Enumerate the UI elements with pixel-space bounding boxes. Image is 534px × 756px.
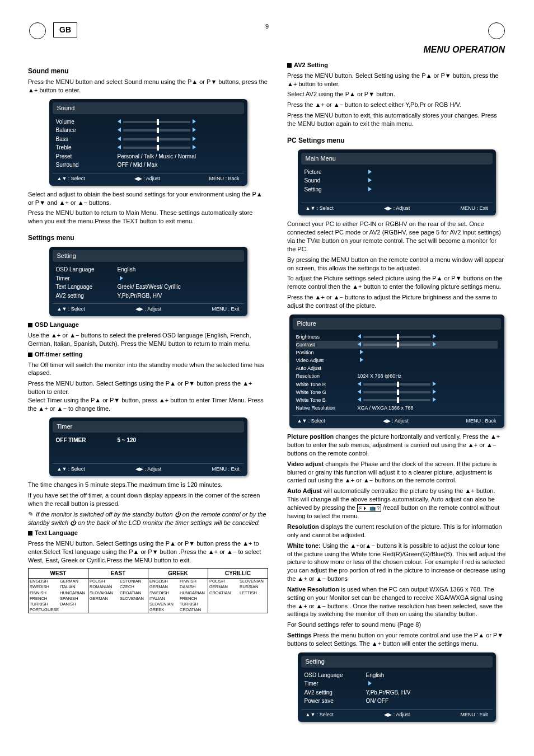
- row-av2: AV2 setting: [56, 292, 118, 300]
- row-timer: Timer: [305, 680, 366, 688]
- row-aadj: Auto Adjust: [296, 365, 358, 372]
- page-header-right: MENU OPERATION: [424, 44, 505, 56]
- th-greek: GREEK: [148, 568, 208, 579]
- sound-panel: Sound Volume Balance Bass Treble PresetP…: [49, 99, 247, 186]
- row-sound: Sound: [305, 177, 366, 185]
- osd-lang-head: OSD Language: [35, 321, 79, 328]
- panel-title: Main Menu: [301, 153, 493, 165]
- bar-select: ▲▼ : Select: [297, 417, 325, 424]
- pc-p3: To adjust the Picture settings select pi…: [287, 274, 506, 291]
- av2-head: AV2 Setting: [294, 62, 328, 68]
- offtimer-p3: The time changes in 5 minute steps.The m…: [28, 481, 268, 489]
- row-vadj: Video Adjust: [296, 357, 358, 364]
- osd-lang-text: Use the ▲+ or ▲− buttons to select the p…: [28, 331, 268, 348]
- row-nres: Native Resolution: [296, 405, 358, 411]
- panel-title: Sound: [53, 102, 244, 114]
- row-preset-val: Personal / Talk / Music / Normal: [118, 153, 241, 161]
- corner-ring: [488, 22, 505, 39]
- pc-setting-panel: Setting OSD LanguageEnglish Timer AV2 se…: [298, 652, 496, 722]
- panel-title: Timer: [53, 421, 244, 433]
- pc-p2: By pressing the MENU button on the remot…: [287, 256, 506, 273]
- offtimer-p4: If you have set the off timer, a count d…: [28, 491, 268, 508]
- setting-panel: Setting OSD LanguageEnglish Timer Text L…: [49, 247, 247, 316]
- row-pos: Position: [296, 349, 358, 356]
- page-number: 9: [28, 22, 506, 31]
- bar-select: ▲▼ : Select: [57, 306, 85, 312]
- row-setting: Setting: [305, 186, 366, 194]
- th-west: WEST: [29, 568, 88, 579]
- row-av2-val: Y,Pb,Pr/RGB, H/V: [118, 292, 241, 300]
- row-av2: AV2 setting: [305, 689, 366, 697]
- row-nres-val: XGA / WXGA 1366 x 768: [358, 405, 498, 411]
- row-bass: Bass: [56, 135, 118, 143]
- panel-title: Setting: [53, 250, 244, 262]
- pc-pos: Picture position changes the picture hor…: [287, 433, 506, 458]
- main-menu-panel: Main Menu Picture Sound Setting ▲▼ : Sel…: [298, 149, 496, 215]
- av2-p4: Press the MENU button to exit, this auto…: [287, 111, 506, 128]
- offtimer-p2: Press the MENU button. Select Settings u…: [28, 379, 268, 412]
- bar-adjust: ◀▶ : Adjust: [135, 306, 161, 312]
- pc-res: Resolution displays the current resoluti…: [287, 523, 506, 539]
- row-bright: Brightness: [296, 334, 358, 340]
- row-wr: White Tone R: [296, 381, 358, 388]
- row-wb: White Tone B: [296, 397, 358, 403]
- pc-p1: Connect your PC to either PC-IN or RGBHV…: [287, 220, 506, 253]
- av2-p2: Select AV2 using the P▲ or P▼ button.: [287, 90, 506, 98]
- row-balance: Balance: [56, 126, 118, 134]
- pc-settings: Settings Press the menu button on your r…: [287, 631, 506, 648]
- bar-select: ▲▼ : Select: [57, 175, 85, 182]
- pc-white: White tone: Using the ▲+or▲− buttons it …: [287, 542, 506, 583]
- textlang-p: Press the MENU button. Select Settings u…: [28, 539, 268, 565]
- row-surround: Surround: [56, 161, 118, 169]
- bar-adjust: ◀▶ : Adjust: [134, 175, 160, 182]
- row-offtimer-val: 5 ~ 120: [118, 436, 241, 444]
- pc-p4: Press the ▲+ or ▲− buttons to adjust the…: [287, 293, 506, 310]
- row-surround-val: OFF / Mid / Max: [118, 161, 241, 169]
- bar-adjust: ◀▶ : Adjust: [384, 711, 410, 718]
- row-osd-val: English: [118, 266, 241, 274]
- bar-exit: MENU : Exit: [460, 205, 488, 212]
- th-east: EAST: [88, 568, 148, 579]
- av2-p1: Press the MENU button. Select Setting us…: [287, 72, 506, 88]
- bar-select: ▲▼ : Select: [306, 711, 334, 718]
- sound-text: Select and adjust to obtain the best sou…: [28, 190, 268, 207]
- offtimer-note: ✎ If the monitor is switched off by the …: [28, 510, 268, 527]
- offtimer-head: Off-timer setting: [35, 351, 83, 358]
- row-av2-val: Y,Pb,Pr/RGB, H/V: [366, 689, 489, 697]
- panel-title: Setting: [301, 656, 493, 668]
- pc-sound: For Sound settings refer to sound menu (…: [287, 621, 506, 629]
- bar-exit: MENU : Exit: [212, 306, 239, 312]
- row-picture: Picture: [305, 168, 366, 176]
- row-textlang: Text Language: [56, 283, 118, 291]
- timer-panel: Timer OFF TIMER5 ~ 120 ▲▼ : Select ◀▶ : …: [49, 417, 247, 476]
- settings-menu-head: Settings menu: [28, 233, 268, 242]
- row-treble: Treble: [56, 144, 118, 152]
- sound-intro: Press the MENU button and select Sound m…: [28, 78, 268, 95]
- row-contrast: Contrast: [296, 341, 358, 348]
- pc-vid: Video adjust changes the Phase and the c…: [287, 460, 506, 485]
- row-osd: OSD Language: [56, 266, 118, 274]
- bar-adjust: ◀▶ : Adjust: [383, 417, 409, 424]
- corner-ring: [29, 22, 46, 39]
- bar-exit: MENU : Exit: [212, 466, 239, 472]
- av2-p3: Press the ▲+ or ▲− button to select eith…: [287, 101, 506, 109]
- bar-adjust: ◀▶ : Adjust: [135, 466, 161, 472]
- row-textlang-val: Greek/ East/West/ Cyrillic: [118, 283, 241, 291]
- row-timer: Timer: [56, 275, 118, 283]
- row-preset: Preset: [56, 153, 118, 161]
- textlang-head: Text Language: [35, 529, 78, 536]
- panel-title: Picture: [293, 318, 501, 330]
- row-powersave-val: ON/ OFF: [366, 697, 489, 705]
- sound-text2: Press the MENU button to return to Main …: [28, 209, 268, 226]
- row-wg: White Tone G: [296, 389, 358, 396]
- row-osd-val: English: [366, 672, 489, 679]
- offtimer-p1: The Off timer will switch the monitor in…: [28, 361, 268, 378]
- row-powersave: Power save: [305, 697, 366, 705]
- row-offtimer: OFF TIMER: [56, 436, 118, 444]
- pc-head: PC Settings menu: [287, 136, 506, 145]
- th-cyr: CYRILLIC: [208, 568, 268, 579]
- row-res: Resolution: [296, 373, 358, 379]
- bar-back: MENU : Back: [209, 175, 239, 182]
- row-volume: Volume: [56, 118, 118, 126]
- bar-exit: MENU : Exit: [460, 711, 488, 718]
